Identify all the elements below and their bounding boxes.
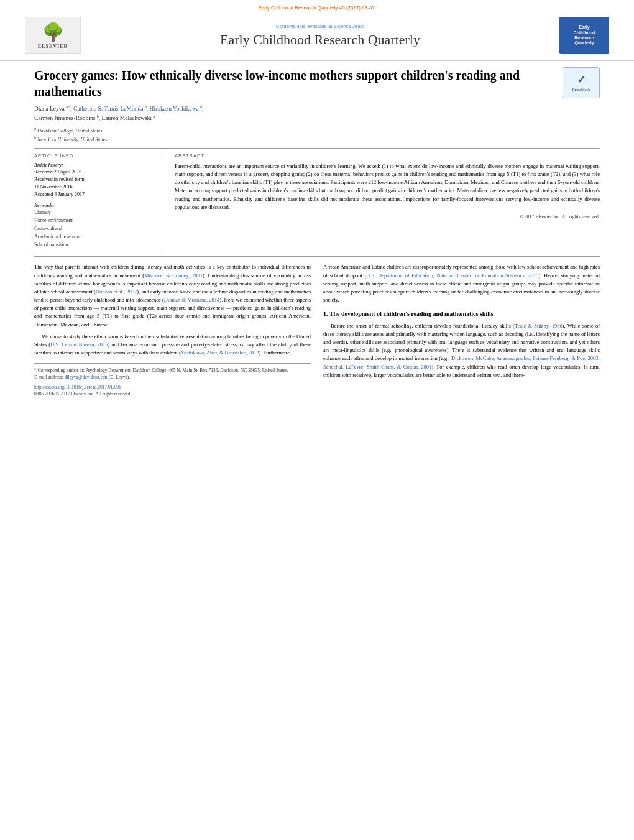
ref-dept-ed[interactable]: U.S. Department of Education, National C… xyxy=(366,272,538,279)
ref-census[interactable]: U.S. Census Bureau, 2015 xyxy=(50,341,108,348)
ref-dickinson[interactable]: Dickinson, McCabe, Anastasopoulos, Peisn… xyxy=(451,355,599,361)
info-abstract-section: ARTICLE INFO Article history: Received 2… xyxy=(34,152,600,253)
journal-header: Early Childhood Research Quarterly 40 (2… xyxy=(0,0,634,61)
crossmark-icon: ✓ xyxy=(577,73,586,87)
divider-1 xyxy=(34,148,600,149)
journal-logo-right: EarlyChildhoodResearchQuarterly xyxy=(559,17,609,54)
keyword-cross: Cross-cultural xyxy=(34,225,149,233)
keywords-label: Keywords: xyxy=(34,202,149,209)
body-col-left: The way that parents interact with child… xyxy=(34,263,311,397)
doi-top-link[interactable]: Early Childhood Research Quarterly 40 (2… xyxy=(25,5,609,11)
article-history-block: Article history: Received 20 April 2016 … xyxy=(34,162,149,198)
author-catherine[interactable]: Catherine S. Tamis-LeMonda xyxy=(73,106,143,112)
accepted-date: Accepted 4 January 2017 xyxy=(34,191,149,198)
body-text-left: The way that parents interact with child… xyxy=(34,263,311,357)
issn-text: 0885-2006/© 2017 Elsevier Inc. All right… xyxy=(34,390,311,397)
affiliations: a Davidson College, United States b New … xyxy=(34,126,600,144)
body-para-4: Before the onset of formal schooling, ch… xyxy=(323,322,600,379)
doi-bottom[interactable]: http://dx.doi.org/10.1016/j.ecresq.2017.… xyxy=(34,384,311,390)
journal-logo-text: EarlyChildhoodResearchQuarterly xyxy=(574,25,595,46)
abstract-section: ABSTRACT Parent-child interactions are a… xyxy=(175,152,600,253)
keywords-list: Literacy Home environment Cross-cultural… xyxy=(34,209,149,249)
body-para-3: African American and Latino children are… xyxy=(323,263,600,304)
journal-title-center: Contents lists available at ScienceDirec… xyxy=(81,24,559,48)
article-info: ARTICLE INFO Article history: Received 2… xyxy=(34,152,149,253)
keyword-literacy: Literacy xyxy=(34,209,149,217)
keyword-home: Home environment xyxy=(34,217,149,225)
page: Early Childhood Research Quarterly 40 (2… xyxy=(0,0,634,840)
body-section: The way that parents interact with child… xyxy=(34,263,600,397)
history-label: Article history: xyxy=(34,162,149,168)
copyright-notice: © 2017 Elsevier Inc. All rights reserved… xyxy=(175,213,600,221)
email-link[interactable]: dileyva@davidson.edu xyxy=(65,374,108,380)
main-content: Grocery games: How ethnically diverse lo… xyxy=(0,61,634,404)
crossmark-label: CrossMark xyxy=(572,88,590,93)
elsevier-tree-icon: 🌳 xyxy=(42,22,64,42)
corresponding-note: * Corresponding author at: Psychology De… xyxy=(34,367,311,374)
revised-date: Received in revised form11 November 2016 xyxy=(34,176,149,191)
keywords-block: Keywords: Literacy Home environment Cros… xyxy=(34,202,149,249)
article-info-title: ARTICLE INFO xyxy=(34,152,149,159)
received-date: Received 20 April 2016 xyxy=(34,168,149,176)
article-title: Grocery games: How ethnically diverse lo… xyxy=(34,67,600,99)
divider-2 xyxy=(34,256,600,257)
col-divider xyxy=(162,152,162,253)
ref-senechal[interactable]: Sénéchal, LeFevre, Smith-Chant, & Colton… xyxy=(323,364,431,370)
crossmark-badge[interactable]: ✓ CrossMark xyxy=(563,67,600,98)
email-line: E-mail address: dileyva@davidson.edu (D.… xyxy=(34,374,311,381)
elsevier-label: ELSEVIER xyxy=(38,44,68,49)
abstract-title: ABSTRACT xyxy=(175,152,600,159)
keyword-school: School transition xyxy=(34,241,149,249)
body-text-right: African American and Latino children are… xyxy=(323,263,600,379)
elsevier-logo: 🌳 ELSEVIER xyxy=(25,17,81,54)
sciencedirect-link[interactable]: ScienceDirect xyxy=(334,24,364,29)
abstract-text: Parent-child interactions are an importa… xyxy=(175,162,600,211)
author-hirokazu[interactable]: Hirokazu Yoshikawa xyxy=(150,106,199,112)
ref-yoshikawa[interactable]: Yoshikawa, Aber, & Beardslee, 2012 xyxy=(181,349,259,356)
body-para-1: The way that parents interact with child… xyxy=(34,263,311,328)
footnote-area: * Corresponding author at: Psychology De… xyxy=(34,363,311,397)
section-heading-1: 1. The development of children's reading… xyxy=(323,309,600,319)
body-para-2: We chose to study these ethnic groups ba… xyxy=(34,333,311,358)
journal-title: Early Childhood Research Quarterly xyxy=(81,32,559,48)
authors-line: Diana Leyva a,*, Catherine S. Tamis-LeMo… xyxy=(34,104,600,124)
ref-teale[interactable]: Teale & Sulzby, 1986 xyxy=(515,323,563,329)
ref-morrison[interactable]: Morrison & Cooney, 2001 xyxy=(144,272,203,279)
keyword-academic: Academic achievement xyxy=(34,233,149,241)
contents-link: Contents lists available at ScienceDirec… xyxy=(81,24,559,29)
body-col-right: African American and Latino children are… xyxy=(323,263,600,397)
email-label: E-mail address: xyxy=(34,374,63,380)
email-note: (D. Leyva). xyxy=(108,374,130,380)
ref-duncan-2007[interactable]: Duncan et al., 2007 xyxy=(96,288,137,295)
ref-duncan-murnane[interactable]: Duncan & Murnane, 2014 xyxy=(164,297,220,303)
